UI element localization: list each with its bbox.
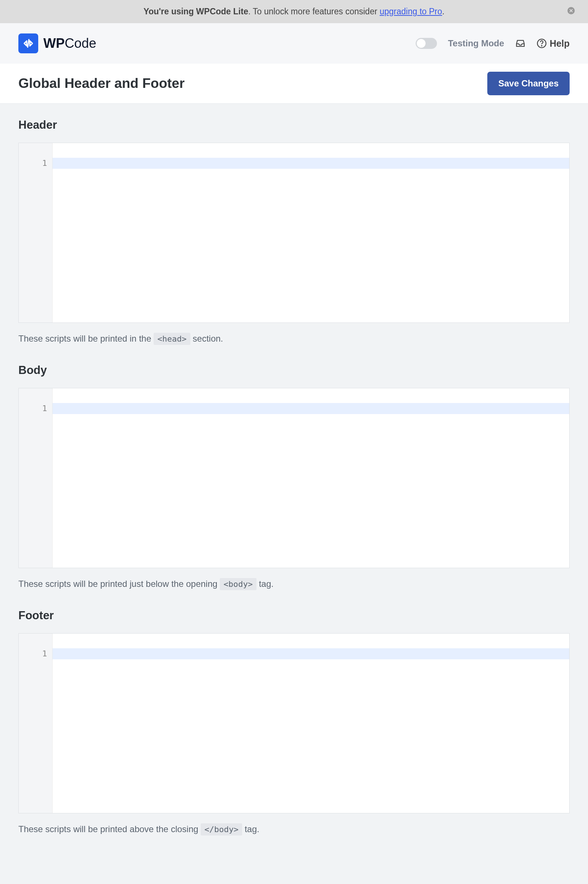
hint-text: tag. [259, 579, 273, 589]
header-section-title: Header [18, 119, 570, 132]
hint-text: These scripts will be printed above the … [18, 824, 201, 834]
header-section: Header 1 These scripts will be printed i… [18, 119, 570, 345]
close-icon[interactable] [567, 7, 575, 17]
hint-code: </body> [201, 823, 242, 836]
testing-mode-label: Testing Mode [448, 38, 504, 48]
body-code-input[interactable] [52, 403, 569, 568]
footer-section-title: Footer [18, 609, 570, 622]
footer-code-input[interactable] [52, 648, 569, 813]
body-gutter: 1 [19, 388, 52, 568]
upgrade-link[interactable]: upgrading to Pro [380, 7, 442, 16]
content: Header 1 These scripts will be printed i… [0, 104, 588, 884]
header-code-editor: 1 [18, 143, 570, 323]
hint-text: tag. [245, 824, 260, 834]
promo-suffix: . [442, 7, 444, 16]
promo-text: You're using WPCode Lite. To unlock more… [144, 7, 445, 16]
logo-text: WPCode [44, 36, 96, 51]
body-section: Body 1 These scripts will be printed jus… [18, 364, 570, 591]
hint-code: <body> [220, 578, 256, 590]
logo-badge-icon [18, 33, 38, 53]
promo-bold: You're using WPCode Lite [144, 7, 248, 16]
footer-hint: These scripts will be printed above the … [18, 822, 570, 836]
app-header: WPCode Testing Mode Help [0, 23, 588, 64]
footer-gutter: 1 [19, 634, 52, 813]
hint-text: section. [193, 334, 223, 343]
body-code-area [52, 388, 569, 568]
hint-code: <head> [154, 333, 190, 345]
line-number: 1 [19, 403, 52, 414]
testing-mode-toggle[interactable] [416, 38, 437, 49]
promo-middle: . To unlock more features consider [248, 7, 380, 16]
body-code-editor: 1 [18, 388, 570, 568]
body-hint: These scripts will be printed just below… [18, 577, 570, 591]
save-button[interactable]: Save Changes [487, 72, 570, 95]
page-title: Global Header and Footer [18, 76, 184, 91]
page-title-bar: Global Header and Footer Save Changes [0, 64, 588, 104]
footer-code-editor: 1 [18, 633, 570, 813]
hint-text: These scripts will be printed just below… [18, 579, 220, 589]
logo: WPCode [18, 33, 96, 53]
header-code-area [52, 143, 569, 322]
line-number: 1 [19, 648, 52, 659]
svg-point-2 [542, 46, 542, 46]
promo-bar: You're using WPCode Lite. To unlock more… [0, 0, 588, 23]
help-button[interactable]: Help [537, 38, 570, 49]
header-gutter: 1 [19, 143, 52, 322]
footer-code-area [52, 634, 569, 813]
body-section-title: Body [18, 364, 570, 377]
footer-section: Footer 1 These scripts will be printed a… [18, 609, 570, 836]
hint-text: These scripts will be printed in the [18, 334, 154, 343]
header-code-input[interactable] [52, 158, 569, 322]
inbox-button[interactable] [515, 38, 525, 48]
line-number: 1 [19, 158, 52, 169]
header-hint: These scripts will be printed in the <he… [18, 332, 570, 345]
help-label: Help [550, 38, 570, 49]
